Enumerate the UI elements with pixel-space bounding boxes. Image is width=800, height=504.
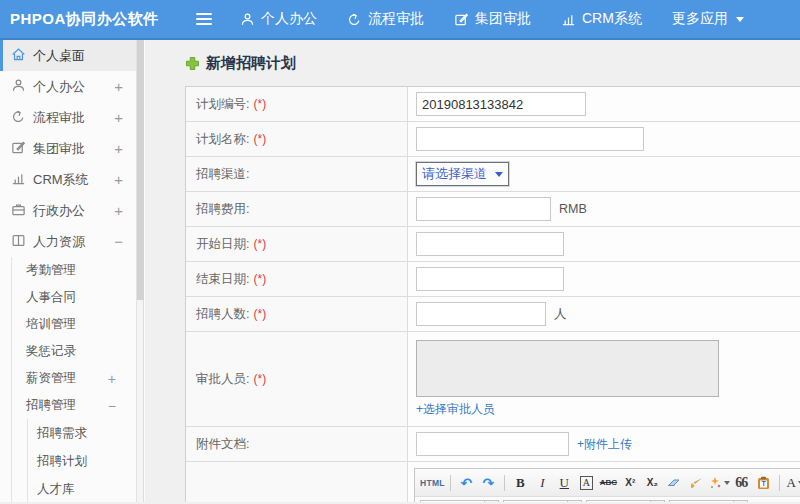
form-row-approvers: 审批人员:(*) +选择审批人员 bbox=[186, 332, 800, 427]
plan-number-input[interactable] bbox=[416, 92, 586, 116]
source-code-button[interactable]: HTML bbox=[420, 472, 445, 493]
required-marker: (*) bbox=[253, 237, 266, 251]
format-brush-icon[interactable] bbox=[686, 472, 707, 493]
underline-button[interactable]: U bbox=[554, 472, 575, 493]
form-row-end-date: 结束日期:(*) bbox=[186, 262, 800, 297]
subscript-button[interactable]: X₂ bbox=[642, 472, 663, 493]
home-icon bbox=[11, 47, 26, 65]
approvers-textarea[interactable] bbox=[416, 340, 719, 397]
editor-toolbar-row1: HTML ↶ ↷ B I U A ABC X² X₂ bbox=[415, 469, 800, 496]
required-marker: (*) bbox=[253, 372, 266, 386]
expand-plus-icon: + bbox=[114, 140, 123, 157]
sidebar-item-human-resources[interactable]: 人力资源 − bbox=[0, 226, 136, 257]
sidebar: 个人桌面 个人办公 + 流程审批 + 集团审批 bbox=[0, 40, 145, 502]
caret-down-icon bbox=[724, 481, 730, 485]
strikethrough-button[interactable]: ABC bbox=[598, 472, 619, 493]
sidebar-scrollbar[interactable] bbox=[137, 40, 144, 502]
select-caret-icon bbox=[495, 172, 503, 177]
sidebar-item-reward-records[interactable]: 奖惩记录 bbox=[12, 338, 136, 365]
channel-select[interactable]: 请选择渠道 bbox=[416, 162, 509, 186]
end-date-input[interactable] bbox=[416, 267, 564, 291]
align-center-icon[interactable] bbox=[790, 500, 800, 502]
expand-plus-icon: + bbox=[108, 371, 116, 387]
superscript-button[interactable]: X² bbox=[620, 472, 641, 493]
collapse-minus-icon: − bbox=[108, 398, 116, 414]
custom-title-combo[interactable]: 自定义标题 bbox=[420, 500, 499, 502]
sidebar-item-recruit-demand[interactable]: 招聘需求 bbox=[28, 419, 136, 447]
top-header: PHPOA协同办公软件 个人办公 流程审批 集团审批 CRM系统 bbox=[0, 0, 800, 40]
required-marker: (*) bbox=[253, 132, 266, 146]
page-title: 新增招聘计划 bbox=[185, 54, 800, 73]
sidebar-item-training-mgmt[interactable]: 培训管理 bbox=[12, 311, 136, 338]
font-size-combo[interactable]: 字号 bbox=[669, 500, 748, 502]
nav-personal-office[interactable]: 个人办公 bbox=[240, 10, 317, 28]
sidebar-item-workflow-approval[interactable]: 流程审批 + bbox=[0, 102, 136, 133]
recruit-submenu: 招聘需求 招聘计划 人才库 bbox=[27, 419, 136, 503]
expand-plus-icon: + bbox=[114, 109, 123, 126]
workflow-icon bbox=[11, 109, 26, 127]
app-logo: PHPOA协同办公软件 bbox=[0, 10, 180, 29]
italic-button[interactable]: I bbox=[532, 472, 553, 493]
scrollbar-thumb[interactable] bbox=[137, 40, 144, 300]
edit-square-icon bbox=[11, 140, 26, 158]
sidebar-item-attendance-mgmt[interactable]: 考勤管理 bbox=[12, 257, 136, 284]
hr-submenu: 考勤管理 人事合同 培训管理 奖惩记录 薪资管理 + 招聘管理 − 招聘需求 招… bbox=[11, 257, 136, 503]
nav-group-approval[interactable]: 集团审批 bbox=[454, 10, 531, 28]
recruit-plan-form: 计划编号:(*) 计划名称:(*) 招聘渠道: 请选择渠道 招聘费用: RMB bbox=[185, 86, 800, 502]
char-border-button[interactable]: A bbox=[580, 476, 593, 490]
redo-icon[interactable]: ↷ bbox=[478, 472, 499, 493]
sidebar-item-personal-desktop[interactable]: 个人桌面 bbox=[0, 40, 136, 71]
attachment-upload-link[interactable]: +附件上传 bbox=[577, 436, 632, 453]
form-row-channel: 招聘渠道: 请选择渠道 bbox=[186, 157, 800, 192]
plan-name-input[interactable] bbox=[416, 127, 644, 151]
nav-crm-system[interactable]: CRM系统 bbox=[561, 10, 642, 28]
blockquote-button[interactable]: 66 bbox=[731, 472, 752, 493]
form-row-content-editor: HTML ↶ ↷ B I U A ABC X² X₂ bbox=[186, 462, 800, 502]
form-row-plan-number: 计划编号:(*) bbox=[186, 87, 800, 122]
collapse-minus-icon: − bbox=[114, 233, 123, 250]
font-color-button[interactable]: A bbox=[785, 472, 800, 493]
form-row-plan-name: 计划名称:(*) bbox=[186, 122, 800, 157]
sidebar-item-talent-pool[interactable]: 人才库 bbox=[28, 475, 136, 503]
main-content: 新增招聘计划 计划编号:(*) 计划名称:(*) 招聘渠道: 请选择渠道 bbox=[145, 40, 800, 502]
undo-icon[interactable]: ↶ bbox=[456, 472, 477, 493]
auto-typeset-icon[interactable] bbox=[708, 472, 730, 493]
person-icon bbox=[11, 78, 26, 96]
align-left-icon[interactable] bbox=[765, 500, 786, 502]
sidebar-item-group-approval[interactable]: 集团审批 + bbox=[0, 133, 136, 164]
workflow-icon bbox=[347, 12, 362, 27]
form-row-fee: 招聘费用: RMB bbox=[186, 192, 800, 227]
svg-text:T: T bbox=[761, 480, 766, 487]
sidebar-item-admin-office[interactable]: 行政办公 + bbox=[0, 195, 136, 226]
attachment-input[interactable] bbox=[416, 432, 569, 456]
eraser-icon[interactable] bbox=[664, 472, 685, 493]
start-date-input[interactable] bbox=[416, 232, 564, 256]
fee-input[interactable] bbox=[416, 197, 551, 221]
headcount-input[interactable] bbox=[416, 302, 546, 326]
nav-more-apps[interactable]: 更多应用 bbox=[672, 10, 744, 28]
bar-chart-icon bbox=[561, 12, 576, 27]
form-row-headcount: 招聘人数:(*) 人 bbox=[186, 297, 800, 332]
edit-square-icon bbox=[454, 12, 469, 27]
bold-button[interactable]: B bbox=[510, 472, 531, 493]
required-marker: (*) bbox=[253, 97, 266, 111]
rich-text-editor: HTML ↶ ↷ B I U A ABC X² X₂ bbox=[414, 468, 800, 502]
sidebar-item-salary-mgmt[interactable]: 薪资管理 + bbox=[12, 365, 136, 392]
form-row-attachment: 附件文档: +附件上传 bbox=[186, 427, 800, 462]
sidebar-item-recruit-plan[interactable]: 招聘计划 bbox=[28, 447, 136, 475]
sidebar-item-personal-office[interactable]: 个人办公 + bbox=[0, 71, 136, 102]
required-marker: (*) bbox=[253, 272, 266, 286]
select-approvers-link[interactable]: +选择审批人员 bbox=[416, 401, 495, 418]
briefcase-icon bbox=[11, 202, 26, 220]
paste-icon[interactable]: T bbox=[753, 472, 774, 493]
form-row-start-date: 开始日期:(*) bbox=[186, 227, 800, 262]
sidebar-item-recruit-mgmt[interactable]: 招聘管理 − bbox=[12, 392, 136, 419]
nav-workflow-approval[interactable]: 流程审批 bbox=[347, 10, 424, 28]
font-family-combo[interactable]: 字体 bbox=[586, 500, 665, 502]
add-plus-icon bbox=[185, 56, 200, 71]
required-marker: (*) bbox=[253, 307, 266, 321]
sidebar-item-hr-contract[interactable]: 人事合同 bbox=[12, 284, 136, 311]
menu-toggle-icon[interactable] bbox=[196, 13, 212, 25]
paragraph-format-combo[interactable]: 段落格式 bbox=[503, 500, 582, 502]
sidebar-item-crm-system[interactable]: CRM系统 + bbox=[0, 164, 136, 195]
